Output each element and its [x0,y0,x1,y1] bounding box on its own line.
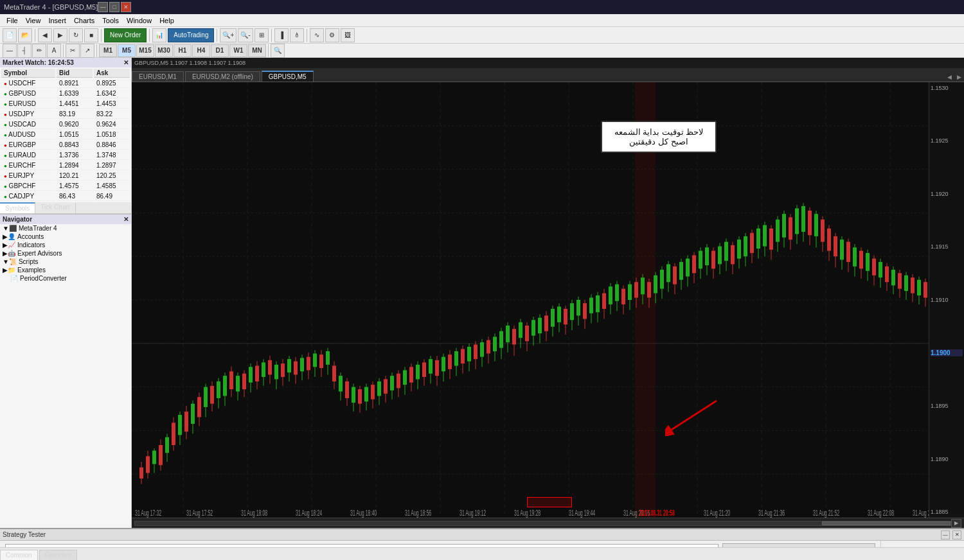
mw-ask: 1.3748 [94,151,130,160]
market-watch-row[interactable]: ● USDCAD 0.9620 0.9624 [1,120,130,129]
tf-m30[interactable]: M30 [155,44,173,57]
new-btn[interactable]: 📄 [3,28,17,42]
market-watch-row[interactable]: ● EURAUD 1.3736 1.3748 [1,151,130,160]
menu-view[interactable]: View [22,16,45,25]
grid-btn[interactable]: ⊞ [254,28,269,42]
nav-expert-advisors[interactable]: ▶ 🤖 Expert Advisors [0,249,131,258]
tf-h4[interactable]: H4 [192,44,210,57]
chart-type2[interactable]: 🕯 [290,28,304,42]
line-tool[interactable]: — [3,44,17,58]
svg-rect-136 [499,331,503,348]
settings-btn[interactable]: ⚙ [325,28,339,42]
search-btn[interactable]: 🔍 [271,44,285,58]
svg-rect-241 [834,236,837,256]
refresh-btn[interactable]: ↻ [69,28,83,42]
tf-d1[interactable]: D1 [211,44,229,57]
tester-close-btn[interactable]: ✕ [952,530,961,539]
tab-tick-chart[interactable]: Tick Chart [35,202,75,213]
menu-insert[interactable]: Insert [44,16,70,25]
new-order-button[interactable]: New Order [104,28,147,42]
tf-m5[interactable]: M5 [118,44,136,57]
svg-rect-225 [782,214,786,238]
nav-scripts-label: Scripts [19,258,39,265]
mw-bid: 1.3736 [57,151,93,160]
minimize-button[interactable]: — [98,2,108,12]
tab-symbols[interactable]: Symbols [0,202,35,213]
nav-period-converter[interactable]: 📄 PeriodConverter [0,274,131,283]
menu-help[interactable]: Help [156,16,178,25]
mw-ask: 0.8925 [94,79,130,88]
arrow-tool[interactable]: ↗ [80,44,94,58]
chart-tab-eurusd-m1[interactable]: EURUSD,M1 [132,71,184,82]
navigator-close[interactable]: ✕ [123,216,129,223]
scrollbar-thumb[interactable] [822,521,951,525]
market-watch-row[interactable]: ● GBPUSD 1.6339 1.6342 [1,89,130,98]
cursor-tool[interactable]: ┤ [17,44,31,58]
menu-tools[interactable]: Tools [98,16,123,25]
chart-scrollbar[interactable]: ▶ [132,518,964,528]
chart-btn1[interactable]: 📊 [152,28,166,42]
scrollbar-track[interactable] [134,521,951,526]
tf-h1[interactable]: H1 [174,44,192,57]
svg-rect-148 [538,318,542,333]
svg-rect-203 [711,251,715,269]
auto-trading-button[interactable]: AutoTrading [168,28,214,42]
tf-m15[interactable]: M15 [136,44,154,57]
chart-tab-eurusd-m2[interactable]: EURUSD,M2 (offline) [185,71,260,82]
market-watch-row[interactable]: ● CADJPY 86.43 86.49 [1,192,130,201]
close-button[interactable]: ✕ [121,2,131,12]
market-watch-row[interactable]: ● EURJPY 120.21 120.25 [1,171,130,180]
zoom-out-btn[interactable]: 🔍- [238,28,253,42]
price-6: 1.1900 [931,349,963,356]
zoom-in-btn[interactable]: 🔍+ [220,28,237,42]
svg-rect-152 [551,309,555,327]
svg-rect-130 [480,342,484,357]
nav-accounts[interactable]: ▶ 👤 Accounts [0,232,131,241]
draw-tool[interactable]: ✏ [32,44,46,58]
tf-m1[interactable]: M1 [99,44,117,57]
nav-examples[interactable]: ▶ 📁 Examples [0,266,131,274]
stop-btn[interactable]: ■ [84,28,98,42]
sep-tf3 [268,44,269,57]
market-watch-row[interactable]: ● USDCHF 0.8921 0.8925 [1,79,130,88]
tester-minimize-btn[interactable]: — [941,530,950,539]
mw-symbol: ● CADJPY [1,192,55,201]
market-watch-close[interactable]: ✕ [123,59,129,66]
market-watch-row[interactable]: ● USDJPY 83.19 83.22 [1,110,130,119]
delete-tool[interactable]: ✂ [66,44,80,58]
svg-rect-36 [178,415,182,435]
chart-type1[interactable]: ▐ [274,28,289,42]
mw-symbol: ● EURAUD [1,151,55,160]
market-watch-row[interactable]: ● EURCHF 1.2894 1.2897 [1,161,130,170]
chart-tab-gbpusd-m5[interactable]: GBPUSD,M5 [262,71,314,82]
scroll-right-btn[interactable]: ▶ [951,519,961,528]
open-btn[interactable]: 📂 [18,28,32,42]
market-watch-row[interactable]: ● AUDUSD 1.0515 1.0518 [1,130,130,139]
market-watch-tabs: Symbols Tick Chart [0,202,131,214]
svg-rect-219 [763,225,767,247]
market-watch-row[interactable]: ● EURUSD 1.4451 1.4453 [1,100,130,109]
menu-window[interactable]: Window [123,16,156,25]
nav-indicators[interactable]: ▶ 📈 Indicators [0,241,131,249]
svg-rect-181 [641,277,645,294]
menu-file[interactable]: File [3,16,22,25]
nav-metatrader4[interactable]: ▼ ⬛ MetaTrader 4 [0,224,131,232]
chart-canvas[interactable]: 31 Aug 17:32 31 Aug 17:52 31 Aug 18:08 3… [132,82,929,518]
fwd-btn[interactable]: ▶ [53,28,67,42]
nav-scripts[interactable]: ▼ 📜 Scripts [0,258,131,266]
screenshot-btn[interactable]: 🖼 [341,28,355,42]
indicator-btn[interactable]: ∿ [310,28,324,42]
chart-tab-scroll-left[interactable]: ◀ [945,73,954,82]
svg-rect-86 [339,376,343,391]
chart-tab-scroll-right[interactable]: ▶ [954,73,964,82]
tf-mn[interactable]: MN [248,44,266,57]
text-tool[interactable]: A [47,44,61,58]
maximize-button[interactable]: □ [109,2,120,12]
tf-w1[interactable]: W1 [229,44,247,57]
scripts-icon: 📜 [9,258,17,265]
market-watch-row[interactable]: ● EURGBP 0.8843 0.8846 [1,141,130,150]
market-watch-table: Symbol Bid Ask ● USDCHF 0.8921 0.8925 ● … [0,67,131,202]
menu-charts[interactable]: Charts [70,16,98,25]
back-btn[interactable]: ◀ [38,28,52,42]
market-watch-row[interactable]: ● GBPCHF 1.4575 1.4585 [1,182,130,191]
